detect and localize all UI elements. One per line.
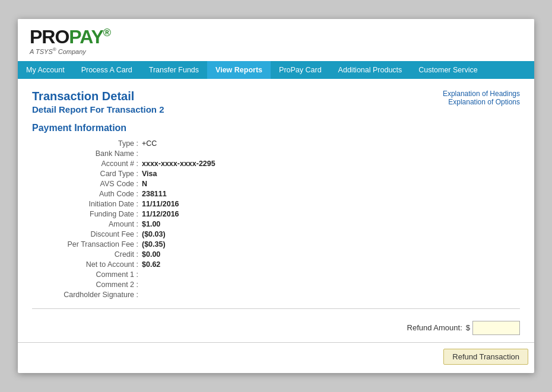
label-account-num: Account # : bbox=[38, 160, 142, 168]
field-comment1: Comment 1 : bbox=[38, 270, 520, 279]
field-funding-date: Funding Date : 11/12/2016 bbox=[38, 210, 520, 218]
label-cardholder-signature: Cardholder Signature : bbox=[38, 291, 142, 299]
divider-1 bbox=[32, 308, 520, 309]
nav-propay-card[interactable]: ProPay Card bbox=[271, 61, 330, 79]
logo-pay: PAY bbox=[69, 26, 103, 47]
label-amount: Amount : bbox=[38, 220, 142, 228]
nav-view-reports[interactable]: View Reports bbox=[207, 61, 271, 79]
value-per-transaction-fee: ($0.35) bbox=[142, 240, 166, 248]
value-auth-code: 238111 bbox=[142, 190, 167, 198]
nav-additional-products[interactable]: Additional Products bbox=[330, 61, 411, 79]
label-auth-code: Auth Code : bbox=[38, 190, 142, 198]
refund-transaction-button[interactable]: Refund Transaction bbox=[443, 349, 528, 365]
logo-registered-icon: ® bbox=[103, 27, 110, 39]
main-window: PROPAY® A TSYS® Company My Account Proce… bbox=[18, 19, 534, 373]
value-credit: $0.00 bbox=[142, 250, 160, 259]
refund-label: Refund Amount: bbox=[407, 323, 462, 332]
label-bank-name: Bank Name : bbox=[38, 149, 142, 158]
refund-row: Refund Amount: $ bbox=[32, 316, 520, 342]
field-avs-code: AVS Code : N bbox=[38, 180, 520, 188]
field-discount-fee: Discount Fee : ($0.03) bbox=[38, 230, 520, 238]
field-cardholder-signature: Cardholder Signature : bbox=[38, 291, 520, 299]
detail-table: Type : +CC Bank Name : Account # : xxxx-… bbox=[38, 139, 520, 299]
label-net-to-account: Net to Account : bbox=[38, 260, 142, 269]
value-net-to-account: $0.62 bbox=[142, 260, 160, 269]
logo-area: PROPAY® A TSYS® Company bbox=[18, 19, 534, 61]
label-per-transaction-fee: Per Transaction Fee : bbox=[38, 240, 142, 248]
refund-amount-input[interactable] bbox=[472, 321, 520, 335]
section-title: Payment Information bbox=[32, 123, 520, 133]
label-card-type: Card Type : bbox=[38, 170, 142, 178]
field-account-num: Account # : xxxx-xxxx-xxxx-2295 bbox=[38, 160, 520, 168]
value-card-type: Visa bbox=[142, 170, 157, 178]
logo-pro: PRO bbox=[30, 26, 69, 47]
refund-dollar-sign: $ bbox=[466, 323, 470, 332]
field-card-type: Card Type : Visa bbox=[38, 170, 520, 178]
field-bank-name: Bank Name : bbox=[38, 149, 520, 158]
nav-transfer-funds[interactable]: Transfer Funds bbox=[141, 61, 207, 79]
label-comment1: Comment 1 : bbox=[38, 270, 142, 279]
label-comment2: Comment 2 : bbox=[38, 281, 142, 289]
label-initiation-date: Initiation Date : bbox=[38, 200, 142, 208]
label-type: Type : bbox=[38, 139, 142, 148]
field-comment2: Comment 2 : bbox=[38, 281, 520, 289]
field-credit: Credit : $0.00 bbox=[38, 250, 520, 259]
header-links: Explanation of Headings Explanation of O… bbox=[443, 90, 520, 106]
nav-my-account[interactable]: My Account bbox=[18, 61, 73, 79]
logo-subtitle: A TSYS® Company bbox=[30, 47, 522, 55]
page-title: Transaction Detail bbox=[32, 90, 164, 103]
value-discount-fee: ($0.03) bbox=[142, 230, 166, 238]
content-area: Transaction Detail Detail Report For Tra… bbox=[18, 79, 534, 342]
logo: PROPAY® bbox=[30, 27, 522, 46]
nav-customer-service[interactable]: Customer Service bbox=[410, 61, 486, 79]
value-initiation-date: 11/11/2016 bbox=[142, 200, 179, 208]
page-subtitle: Detail Report For Transaction 2 bbox=[32, 104, 164, 114]
label-credit: Credit : bbox=[38, 250, 142, 259]
field-per-transaction-fee: Per Transaction Fee : ($0.35) bbox=[38, 240, 520, 248]
explanation-headings-link[interactable]: Explanation of Headings bbox=[443, 90, 520, 98]
bottom-bar: Refund Transaction bbox=[18, 343, 534, 373]
value-type: +CC bbox=[142, 139, 157, 148]
field-type: Type : +CC bbox=[38, 139, 520, 148]
field-initiation-date: Initiation Date : 11/11/2016 bbox=[38, 200, 520, 208]
explanation-options-link[interactable]: Explanation of Options bbox=[443, 98, 520, 106]
page-titles: Transaction Detail Detail Report For Tra… bbox=[32, 90, 164, 114]
field-auth-code: Auth Code : 238111 bbox=[38, 190, 520, 198]
page-header-row: Transaction Detail Detail Report For Tra… bbox=[32, 90, 520, 114]
field-net-to-account: Net to Account : $0.62 bbox=[38, 260, 520, 269]
label-avs-code: AVS Code : bbox=[38, 180, 142, 188]
nav-process-card[interactable]: Process A Card bbox=[73, 61, 141, 79]
field-amount: Amount : $1.00 bbox=[38, 220, 520, 228]
nav-bar: My Account Process A Card Transfer Funds… bbox=[18, 61, 534, 79]
label-discount-fee: Discount Fee : bbox=[38, 230, 142, 238]
value-avs-code: N bbox=[142, 180, 147, 188]
label-funding-date: Funding Date : bbox=[38, 210, 142, 218]
value-account-num: xxxx-xxxx-xxxx-2295 bbox=[142, 160, 215, 168]
value-funding-date: 11/12/2016 bbox=[142, 210, 179, 218]
value-amount: $1.00 bbox=[142, 220, 160, 228]
